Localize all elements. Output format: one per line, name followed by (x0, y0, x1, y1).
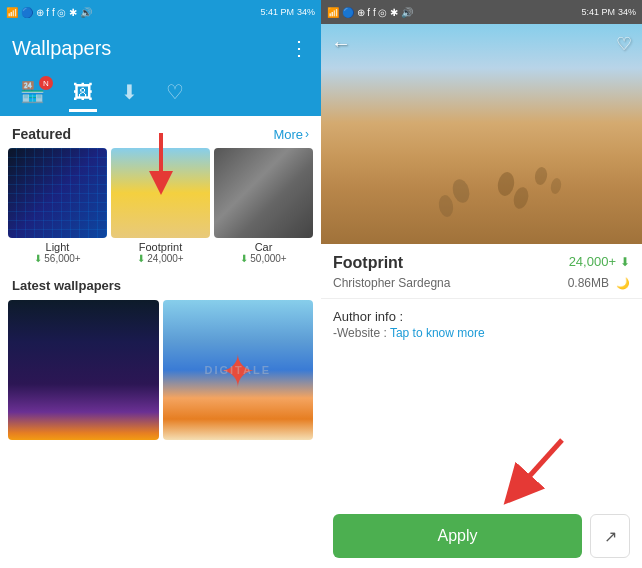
starfish-icon: ✦ (219, 345, 257, 398)
status-time-left: 5:41 PM (260, 7, 294, 17)
download-icon: ⬇ (121, 80, 138, 104)
share-icon: ↗ (604, 527, 617, 546)
count-light: 56,000+ (44, 253, 80, 264)
download-count-row: 24,000+ ⬇ (569, 254, 630, 269)
car-thumb-bg (214, 148, 313, 238)
featured-count-car: ⬇ 50,000+ (214, 253, 313, 264)
night-thumb-bg (8, 300, 159, 440)
latest-grid: ✦ DIGITALE (0, 300, 321, 568)
right-status-bar: 📶 🔵 ⊕ f f ◎ ✱ 🔊 5:41 PM 34% (321, 0, 642, 24)
featured-title: Featured (12, 126, 71, 142)
notification-badge: N (39, 76, 53, 90)
featured-thumb-footprint (111, 148, 210, 238)
right-status-time: 5:41 PM (581, 7, 615, 17)
info-section: Footprint 24,000+ ⬇ Christopher Sardegna… (321, 244, 642, 568)
featured-item-car[interactable]: Car ⬇ 50,000+ (214, 148, 313, 264)
tab-download[interactable]: ⬇ (121, 80, 138, 108)
author-info-label: Author info : (333, 309, 630, 324)
latest-header: Latest wallpapers (0, 272, 321, 300)
svg-point-6 (534, 166, 549, 186)
svg-point-5 (511, 186, 530, 211)
content-area: Featured More › Light ⬇ 56,000+ (0, 116, 321, 568)
share-button[interactable]: ↗ (590, 514, 630, 558)
right-battery: 34% (618, 7, 636, 17)
starfish-thumb-bg: ✦ (163, 300, 314, 440)
right-panel: 📶 🔵 ⊕ f f ◎ ✱ 🔊 5:41 PM 34% ← ♡ (321, 0, 642, 568)
wallpaper-name: Footprint (333, 254, 403, 272)
featured-thumb-light (8, 148, 107, 238)
favorite-button[interactable]: ♡ (616, 33, 632, 55)
featured-label-light: Light (8, 241, 107, 253)
download-count-icon: ⬇ (620, 255, 630, 269)
right-status-right: 5:41 PM 34% (581, 7, 636, 17)
featured-item-footprint[interactable]: Footprint ⬇ 24,000+ (111, 148, 210, 264)
back-button[interactable]: ← (331, 32, 351, 55)
svg-point-3 (437, 194, 455, 218)
app-title: Wallpapers (12, 37, 111, 60)
apply-area: Apply ↗ (321, 504, 642, 568)
status-icons: 📶 🔵 ⊕ f f ◎ ✱ 🔊 (6, 7, 92, 18)
status-right: 5:41 PM 34% (260, 7, 315, 17)
battery-left: 34% (297, 7, 315, 17)
apply-button[interactable]: Apply (333, 514, 582, 558)
menu-dots-icon[interactable]: ⋮ (289, 36, 309, 60)
dl-icon-light: ⬇ (34, 253, 42, 264)
website-prefix: -Website : (333, 326, 390, 340)
info-top: Footprint 24,000+ ⬇ (321, 244, 642, 276)
tabs-bar: 🏪 N 🖼 ⬇ ♡ (0, 72, 321, 116)
website-link[interactable]: Tap to know more (390, 326, 485, 340)
right-nav-bar: ← ♡ (321, 24, 642, 63)
file-size: 0.86MB (568, 276, 609, 290)
featured-count-light: ⬇ 56,000+ (8, 253, 107, 264)
latest-title: Latest wallpapers (12, 278, 121, 293)
download-count: 24,000+ (569, 254, 616, 269)
heart-tab-icon: ♡ (166, 80, 184, 104)
svg-point-2 (450, 177, 472, 204)
count-footprint: 24,000+ (147, 253, 183, 264)
featured-label-car: Car (214, 241, 313, 253)
svg-point-4 (496, 171, 516, 197)
light-thumb-bg (8, 148, 107, 238)
images-icon: 🖼 (73, 81, 93, 104)
more-link[interactable]: More › (273, 127, 309, 142)
more-chevron-icon: › (305, 127, 309, 141)
tab-favorites[interactable]: ♡ (166, 80, 184, 108)
author-info-section: Author info : -Website : Tap to know mor… (321, 303, 642, 346)
divider-1 (321, 298, 642, 299)
count-car: 50,000+ (250, 253, 286, 264)
tab-images[interactable]: 🖼 (73, 81, 93, 108)
app-header: Wallpapers ⋮ (0, 24, 321, 72)
more-label: More (273, 127, 303, 142)
dl-icon-car: ⬇ (240, 253, 248, 264)
status-left: 📶 🔵 ⊕ f f ◎ ✱ 🔊 (6, 7, 92, 18)
author-name: Christopher Sardegna (333, 276, 450, 290)
left-panel: 📶 🔵 ⊕ f f ◎ ✱ 🔊 5:41 PM 34% Wallpapers ⋮… (0, 0, 321, 568)
featured-thumb-car (214, 148, 313, 238)
featured-grid: Light ⬇ 56,000+ Footprint ⬇ 24,000+ (0, 148, 321, 272)
left-status-bar: 📶 🔵 ⊕ f f ◎ ✱ 🔊 5:41 PM 34% (0, 0, 321, 24)
svg-point-7 (549, 177, 562, 195)
featured-header: Featured More › (0, 116, 321, 148)
size-icon: 🌙 (616, 277, 630, 290)
latest-item-night[interactable] (8, 300, 159, 440)
tab-store[interactable]: 🏪 N (20, 80, 45, 108)
featured-label-footprint: Footprint (111, 241, 210, 253)
right-status-left: 📶 🔵 ⊕ f f ◎ ✱ 🔊 (327, 7, 413, 18)
latest-item-starfish[interactable]: ✦ DIGITALE (163, 300, 314, 440)
right-status-icons: 📶 🔵 ⊕ f f ◎ ✱ 🔊 (327, 7, 413, 18)
footprint-thumb-bg (111, 148, 210, 238)
dl-icon-footprint: ⬇ (137, 253, 145, 264)
author-website-row: -Website : Tap to know more (333, 326, 630, 340)
featured-count-footprint: ⬇ 24,000+ (111, 253, 210, 264)
featured-item-light[interactable]: Light ⬇ 56,000+ (8, 148, 107, 264)
